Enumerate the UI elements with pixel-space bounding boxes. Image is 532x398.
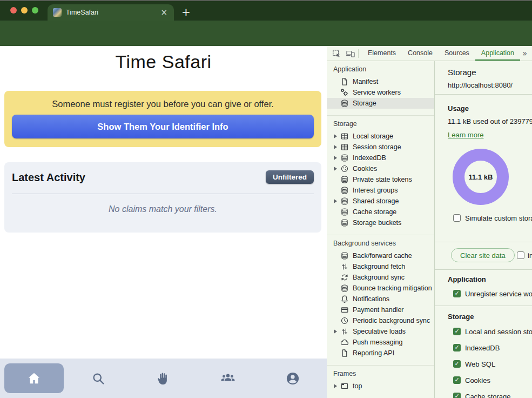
tree-item-storage[interactable]: Storage bbox=[327, 98, 434, 109]
tree-item-label: Notifications bbox=[353, 295, 389, 303]
card-divider bbox=[12, 194, 314, 194]
check-icon: ✓ bbox=[453, 376, 461, 384]
tab-console[interactable]: Console bbox=[402, 46, 439, 61]
expand-arrow-icon[interactable] bbox=[334, 329, 340, 334]
tab-elements[interactable]: Elements bbox=[362, 46, 402, 61]
tree-item-label: Push messaging bbox=[353, 339, 402, 346]
section-header-application: Application bbox=[327, 61, 434, 76]
expand-arrow-icon[interactable] bbox=[334, 384, 340, 388]
cookies-label: Cookies bbox=[465, 376, 490, 384]
tree-item-private-state-tokens[interactable]: Private state tokens bbox=[327, 174, 434, 185]
expand-arrow-icon[interactable] bbox=[334, 199, 340, 203]
database-icon bbox=[340, 208, 349, 216]
tree-item-label: Reporting API bbox=[353, 349, 394, 357]
simulate-quota-checkbox[interactable] bbox=[453, 214, 461, 222]
tab-application[interactable]: Application bbox=[475, 46, 520, 61]
tree-item-periodic-background-sync[interactable]: Periodic background sync bbox=[327, 315, 434, 326]
clear-site-data-button[interactable]: Clear site data bbox=[451, 248, 515, 262]
expand-arrow-icon[interactable] bbox=[334, 145, 340, 149]
database-icon bbox=[340, 218, 349, 227]
tree-item-label: Back/forward cache bbox=[353, 252, 412, 260]
latest-activity-heading: Latest Activity bbox=[12, 171, 85, 184]
tree-item-speculative-loads[interactable]: Speculative loads bbox=[327, 326, 434, 337]
expand-arrow-icon[interactable] bbox=[334, 167, 340, 171]
indexeddb-label: IndexedDB bbox=[465, 344, 500, 352]
new-tab-button[interactable]: + bbox=[181, 5, 191, 18]
tree-item-label: Payment handler bbox=[353, 306, 404, 314]
tree-item-cache-storage[interactable]: Cache storage bbox=[327, 207, 434, 217]
hand-icon[interactable] bbox=[156, 371, 171, 386]
alert-message: Someone must register you before you can… bbox=[4, 99, 321, 109]
tree-item-shared-storage[interactable]: Shared storage bbox=[327, 196, 434, 207]
unregister-service-workers-checkbox[interactable]: ✓ bbox=[453, 290, 461, 297]
tree-item-service-workers[interactable]: Service workers bbox=[327, 87, 434, 98]
tab-sources[interactable]: Sources bbox=[439, 46, 475, 61]
tree-item-label: Background fetch bbox=[353, 263, 405, 270]
indexeddb-checkbox[interactable]: ✓ bbox=[453, 344, 461, 351]
nav-home-button[interactable] bbox=[4, 363, 64, 393]
including-cookies-checkbox[interactable] bbox=[517, 251, 524, 259]
search-icon[interactable] bbox=[91, 371, 106, 386]
tree-item-bounce-tracking-mitigation[interactable]: Bounce tracking mitigation bbox=[327, 283, 434, 294]
inspect-element-icon[interactable] bbox=[332, 49, 341, 58]
database-icon bbox=[340, 251, 349, 260]
maximize-window-button[interactable] bbox=[32, 7, 38, 14]
close-tab-icon[interactable]: × bbox=[159, 9, 169, 17]
cookies-checkbox[interactable]: ✓ bbox=[453, 376, 461, 384]
database-icon bbox=[340, 175, 349, 184]
tree-item-local-storage[interactable]: Local storage bbox=[327, 131, 434, 142]
web-sql-checkbox[interactable]: ✓ bbox=[453, 360, 461, 368]
tree-item-label: Manifest bbox=[353, 78, 378, 85]
tree-item-storage-buckets[interactable]: Storage buckets bbox=[327, 217, 434, 228]
expand-arrow-icon[interactable] bbox=[334, 156, 340, 160]
local-session-storage-checkbox[interactable]: ✓ bbox=[453, 328, 461, 335]
tree-item-label: top bbox=[353, 382, 362, 390]
close-window-button[interactable] bbox=[10, 7, 17, 14]
tree-item-push-messaging[interactable]: Push messaging bbox=[327, 337, 434, 348]
browser-tab[interactable]: TimeSafari × bbox=[48, 4, 174, 21]
tree-item-interest-groups[interactable]: Interest groups bbox=[327, 185, 434, 196]
pane-divider bbox=[435, 94, 532, 95]
learn-more-link[interactable]: Learn more bbox=[448, 131, 483, 139]
tree-item-session-storage[interactable]: Session storage bbox=[327, 142, 434, 152]
section-header-background-services: Background services bbox=[327, 235, 434, 250]
empty-state-message: No claims match your filters. bbox=[4, 204, 321, 214]
tree-item-label: Local storage bbox=[353, 132, 393, 140]
tree-item-label: Storage bbox=[353, 100, 376, 107]
check-icon: ✓ bbox=[453, 290, 461, 297]
application-section-heading: Application bbox=[448, 275, 486, 283]
tree-item-background-sync[interactable]: Background sync bbox=[327, 272, 434, 283]
bell-icon bbox=[340, 295, 349, 303]
tree-item-indexeddb[interactable]: IndexedDB bbox=[327, 152, 434, 163]
tree-item-label: Background sync bbox=[353, 274, 405, 281]
tree-item-notifications[interactable]: Notifications bbox=[327, 294, 434, 304]
tree-item-reporting-api[interactable]: Reporting API bbox=[327, 348, 434, 359]
clock-icon bbox=[340, 316, 349, 325]
tree-item-background-fetch[interactable]: Background fetch bbox=[327, 261, 434, 272]
database-icon bbox=[340, 154, 349, 162]
check-icon: ✓ bbox=[453, 393, 461, 398]
devtools-panel: Elements Console Sources Application » A… bbox=[327, 46, 532, 398]
storage-detail-pane: Storage http://localhost:8080/ Usage 11.… bbox=[435, 61, 532, 398]
show-identifier-info-button[interactable]: Show Them Your Identifier Info bbox=[12, 115, 314, 138]
section-header-storage: Storage bbox=[327, 116, 434, 131]
tree-item-top-frame[interactable]: top bbox=[327, 381, 434, 392]
minimize-window-button[interactable] bbox=[21, 7, 28, 14]
tree-item-cookies[interactable]: Cookies bbox=[327, 163, 434, 174]
check-icon: ✓ bbox=[453, 328, 461, 335]
more-tabs-icon[interactable]: » bbox=[522, 49, 527, 58]
unfiltered-badge[interactable]: Unfiltered bbox=[266, 170, 314, 184]
person-circle-icon[interactable] bbox=[285, 371, 300, 386]
timesafari-favicon bbox=[53, 8, 62, 17]
tree-item-manifest[interactable]: Manifest bbox=[327, 76, 434, 87]
cache-storage-checkbox[interactable]: ✓ bbox=[453, 393, 461, 398]
people-icon[interactable] bbox=[220, 371, 235, 386]
device-toolbar-icon[interactable] bbox=[346, 49, 355, 58]
bottom-nav bbox=[0, 359, 327, 398]
table-icon bbox=[340, 132, 349, 141]
devtools-toolbar: Elements Console Sources Application » bbox=[327, 46, 532, 61]
storage-section-heading: Storage bbox=[448, 313, 474, 321]
tree-item-payment-handler[interactable]: Payment handler bbox=[327, 304, 434, 315]
expand-arrow-icon[interactable] bbox=[334, 134, 340, 138]
tree-item-back-forward-cache[interactable]: Back/forward cache bbox=[327, 250, 434, 261]
